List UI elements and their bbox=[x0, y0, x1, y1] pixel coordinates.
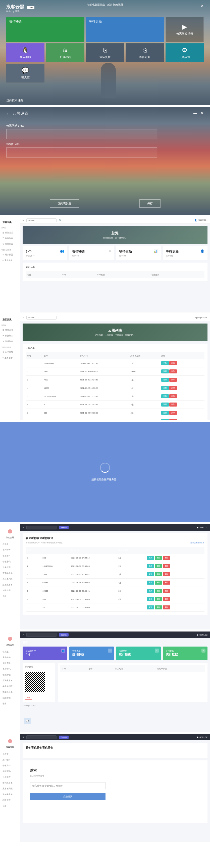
update-button[interactable]: 更新 bbox=[147, 581, 154, 585]
nav-item[interactable]: 仪表盘 bbox=[1, 751, 18, 757]
search-input[interactable] bbox=[26, 526, 56, 529]
delete-button[interactable]: 删除 bbox=[169, 386, 177, 390]
update-button[interactable]: 更新 bbox=[161, 411, 169, 415]
back-link[interactable]: 返回仪表盘黑名单 bbox=[190, 541, 205, 544]
delete-button[interactable]: 删除 bbox=[163, 581, 170, 585]
search-input[interactable] bbox=[26, 218, 56, 222]
nav-item[interactable]: 修改资料 bbox=[1, 553, 18, 559]
tile-update-1[interactable]: 等待更新 bbox=[6, 17, 84, 42]
update-button[interactable]: 更新 bbox=[161, 361, 169, 365]
user-menu[interactable]: 👤 浪客云黑 ▾ bbox=[194, 219, 208, 222]
update-button[interactable]: 更新 bbox=[147, 597, 154, 601]
tile-join-group[interactable]: 🐧加入群聊 bbox=[6, 43, 45, 62]
nav-item[interactable]: 用户控件 bbox=[1, 547, 18, 553]
nav-user-settings[interactable]: ⚙ 用户设置 bbox=[1, 252, 18, 257]
update-button[interactable]: 更新 bbox=[147, 589, 154, 593]
edit-button[interactable]: 删除 bbox=[155, 589, 162, 593]
nav-item[interactable]: 修改资料 bbox=[1, 660, 18, 666]
nav-item[interactable]: 查询黑名单 bbox=[1, 780, 18, 786]
nav-item[interactable]: 仪表盘 bbox=[1, 649, 18, 655]
avatar[interactable] bbox=[6, 635, 14, 642]
nav-list[interactable]: ☰ 数据列表 bbox=[1, 333, 18, 339]
delete-button[interactable]: 删除 bbox=[169, 403, 177, 406]
search-button[interactable]: Search bbox=[59, 736, 69, 739]
nav-item[interactable]: 仪表盘 bbox=[1, 541, 18, 547]
menu-icon[interactable]: ≡ bbox=[23, 526, 24, 529]
tile-extensions[interactable]: ≋扩展功能 bbox=[46, 43, 84, 62]
update-button[interactable]: 更新 bbox=[161, 419, 169, 420]
nav-item[interactable]: 添加黑名单 bbox=[1, 689, 18, 695]
menu-icon[interactable]: ≡ bbox=[23, 736, 24, 738]
nav-item[interactable]: 用户控件 bbox=[1, 655, 18, 660]
nav-item[interactable]: 权限管理 bbox=[1, 695, 18, 701]
nav-list[interactable]: ☰ 数据列表 bbox=[1, 236, 18, 241]
nav-overview[interactable]: ◧ 数据总览 bbox=[1, 327, 18, 333]
group-list-button[interactable]: 群列表设置 bbox=[50, 199, 79, 208]
nav-item[interactable]: 权限管理 bbox=[1, 588, 18, 593]
search-submit-button[interactable]: 点击搜索 bbox=[30, 793, 105, 800]
nav-overview[interactable]: ◧ 数据总览 bbox=[1, 230, 18, 236]
url-input[interactable] bbox=[6, 129, 157, 139]
nav-item[interactable]: 查询黑名单 bbox=[1, 570, 18, 576]
nav-item[interactable]: 云黑管理 bbox=[1, 672, 18, 678]
delete-button[interactable]: 删除 bbox=[169, 411, 177, 415]
nav-item[interactable]: 黑名单列表 bbox=[1, 683, 18, 689]
search-input[interactable] bbox=[26, 735, 56, 739]
nav-item[interactable]: 登出 bbox=[1, 593, 18, 599]
search-input[interactable] bbox=[26, 633, 56, 637]
brand-logo[interactable]: ◉ SERLOZ bbox=[197, 634, 208, 636]
update-button[interactable]: 更新 bbox=[147, 564, 154, 568]
delete-button[interactable]: 删除 bbox=[163, 597, 170, 601]
nav-item[interactable]: 登出 bbox=[1, 803, 18, 809]
nav-item[interactable]: 黑名单列表 bbox=[1, 576, 18, 582]
tile-update-2[interactable]: 等待更新 bbox=[86, 17, 164, 42]
delete-button[interactable]: 删除 bbox=[163, 606, 170, 610]
nav-item[interactable]: 修改密码 bbox=[1, 559, 18, 564]
search-button[interactable]: Search bbox=[59, 633, 69, 637]
minimize-icon[interactable]: — bbox=[193, 4, 197, 8]
edit-button[interactable]: 删除 bbox=[155, 581, 162, 585]
menu-icon[interactable]: ≡ bbox=[23, 219, 24, 221]
brand-logo[interactable]: ◉ SERLOZ bbox=[197, 526, 208, 529]
nav-logout[interactable]: ⎋ 退出登录 bbox=[1, 257, 18, 264]
nav-item[interactable]: 黑名单列表 bbox=[1, 786, 18, 792]
nav-item[interactable]: 添加黑名单 bbox=[1, 582, 18, 588]
nav-upload[interactable]: ⇧ 上传添加 bbox=[1, 349, 18, 355]
delete-button[interactable]: 删除 bbox=[163, 556, 170, 560]
update-button[interactable]: 更新 bbox=[161, 403, 169, 406]
avatar[interactable] bbox=[6, 528, 14, 535]
update-button[interactable]: 更新 bbox=[147, 556, 154, 560]
menu-icon[interactable]: ≡ bbox=[23, 316, 24, 319]
tile-pending-1[interactable]: ⎘等待更新 bbox=[86, 43, 124, 62]
delete-button[interactable]: 删除 bbox=[163, 564, 170, 568]
edit-button[interactable]: 删除 bbox=[155, 597, 162, 601]
delete-button[interactable]: 删除 bbox=[169, 419, 177, 420]
nav-item[interactable]: 修改密码 bbox=[1, 666, 18, 672]
nav-item[interactable]: 修改资料 bbox=[1, 763, 18, 769]
back-icon[interactable]: ← bbox=[6, 112, 10, 116]
close-icon[interactable]: ✕ bbox=[201, 111, 204, 116]
nav-manage[interactable]: ✎ 管理列表 bbox=[1, 241, 18, 247]
nav-item[interactable]: 修改密码 bbox=[1, 769, 18, 774]
nav-item[interactable]: 用户控件 bbox=[1, 757, 18, 763]
edit-button[interactable]: 删除 bbox=[155, 572, 162, 576]
nav-item[interactable]: 登出 bbox=[1, 701, 18, 707]
close-icon[interactable]: ✕ bbox=[201, 4, 204, 8]
delete-button[interactable]: 删除 bbox=[163, 572, 170, 576]
nav-logout[interactable]: ⎋ 退出登录 bbox=[1, 355, 18, 361]
chat-widget[interactable]: 💬 bbox=[24, 718, 31, 724]
tile-settings[interactable]: ⚙云黑设置 bbox=[165, 43, 204, 62]
tile-video-tutorial[interactable]: ▶ 云黑教程视频 bbox=[165, 17, 204, 42]
edit-button[interactable]: 删除 bbox=[155, 564, 162, 568]
update-button[interactable]: 更新 bbox=[161, 378, 169, 382]
update-button[interactable]: 更新 bbox=[161, 369, 169, 373]
edit-button[interactable]: 删除 bbox=[155, 606, 162, 610]
nav-manage[interactable]: ✎ 管理列表 bbox=[1, 339, 18, 344]
nav-item[interactable]: 权限管理 bbox=[1, 797, 18, 803]
menu-icon[interactable]: ≡ bbox=[23, 634, 24, 636]
update-button[interactable]: 更新 bbox=[147, 606, 154, 610]
search-input[interactable] bbox=[26, 316, 56, 319]
delete-button[interactable]: 删除 bbox=[169, 369, 177, 373]
delete-button[interactable]: 删除 bbox=[169, 361, 177, 365]
tile-pending-2[interactable]: ⎘等待更新 bbox=[126, 43, 164, 62]
